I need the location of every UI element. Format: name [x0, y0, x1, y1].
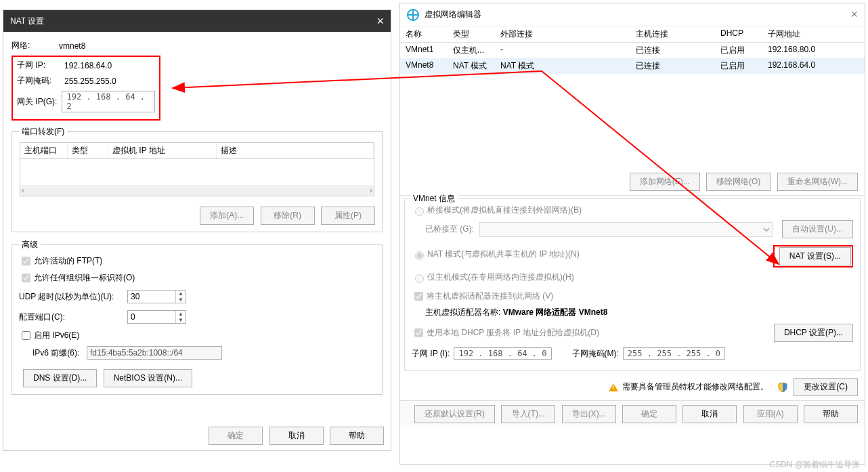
hostonly-radio[interactable] — [415, 274, 424, 283]
help-button[interactable]: 帮助 — [330, 427, 384, 445]
host-adapter-name-value: VMware 网络适配器 VMnet8 — [503, 307, 608, 317]
virtual-network-editor-window: 虚拟网络编辑器 × 名称 类型 外部连接 主机连接 DHCP 子网地址 VMne… — [399, 3, 865, 465]
apply-button[interactable]: 应用(A) — [743, 405, 798, 423]
subnet-highlight: 子网 IP:192.168.64.0 子网掩码:255.255.255.0 网关… — [12, 56, 160, 121]
col-desc[interactable]: 描述 — [217, 143, 374, 158]
port-forward-group: 端口转发(F) 主机端口 类型 虚拟机 IP 地址 描述 ‹› 添加(A)...… — [12, 126, 383, 232]
subnet-ip-label: 子网 IP: — [17, 60, 64, 71]
enable-ipv6-label: 启用 IPv6(E) — [34, 330, 79, 341]
ok-button[interactable]: 确定 — [622, 405, 676, 423]
subnet-ip-input[interactable]: 192 . 168 . 64 . 0 — [454, 347, 551, 360]
col-type[interactable]: 类型 — [453, 28, 500, 40]
subnet-mask-label: 子网掩码: — [17, 75, 64, 87]
horizontal-scrollbar[interactable]: ‹› — [20, 185, 374, 196]
subnet-mask-input[interactable]: 255 . 255 . 255 . 0 — [623, 347, 725, 360]
restore-defaults-button[interactable]: 还原默认设置(R) — [414, 405, 495, 423]
ipv6-prefix-label: IPv6 前缀(6): — [32, 347, 87, 359]
cancel-button[interactable]: 取消 — [269, 427, 324, 445]
col-name[interactable]: 名称 — [406, 28, 453, 40]
close-icon[interactable]: × — [376, 14, 384, 28]
host-adapter-chk-label: 将主机虚拟适配器连接到此网络 (V) — [427, 291, 553, 302]
dhcp-checkbox[interactable] — [414, 328, 423, 337]
bridge-label: 桥接模式(将虚拟机直接连接到外部网络)(B) — [427, 205, 582, 216]
close-icon[interactable]: × — [850, 7, 858, 22]
change-settings-button[interactable]: 更改设置(C) — [794, 378, 858, 396]
udp-timeout-label: UDP 超时(以秒为单位)(U): — [19, 291, 127, 303]
auto-settings-button[interactable]: 自动设置(U)... — [782, 220, 853, 238]
netbios-settings-button[interactable]: NetBIOS 设置(N)... — [104, 369, 192, 387]
col-vm-ip[interactable]: 虚拟机 IP 地址 — [108, 143, 217, 158]
port-add-button[interactable]: 添加(A)... — [200, 207, 254, 225]
dns-settings-button[interactable]: DNS 设置(D)... — [23, 369, 97, 387]
enable-ipv6-checkbox[interactable] — [22, 331, 30, 340]
bridge-select[interactable] — [479, 222, 773, 237]
hostonly-label: 仅主机模式(在专用网络内连接虚拟机)(H) — [427, 272, 574, 283]
advanced-group: 高级 允许活动的 FTP(T) 允许任何组织唯一标识符(O) UDP 超时(以秒… — [12, 239, 383, 395]
ipv6-prefix-input[interactable] — [87, 346, 222, 360]
port-remove-button[interactable]: 移除(R) — [261, 207, 315, 225]
table-row[interactable]: VMnet1 仅主机... - 已连接 已启用 192.168.80.0 — [400, 43, 865, 58]
bridge-to-label: 已桥接至 (G): — [425, 223, 474, 235]
port-forward-legend: 端口转发(F) — [19, 126, 67, 137]
warning-icon — [609, 383, 618, 391]
config-port-input[interactable] — [128, 311, 175, 323]
col-host-port[interactable]: 主机端口 — [20, 143, 68, 158]
subnet-mask-value: 255.255.255.0 — [64, 77, 116, 86]
config-port-label: 配置端口(C): — [19, 312, 127, 323]
watermark: CSDN @骑着蜗牛追导弹 — [769, 459, 860, 471]
warning-text: 需要具备管理员特权才能修改网络配置。 — [622, 381, 768, 393]
nat-settings-highlight: NAT 设置(S)... — [773, 245, 853, 267]
cancel-button[interactable]: 取消 — [682, 405, 737, 423]
col-type[interactable]: 类型 — [68, 143, 108, 158]
host-adapter-name-label: 主机虚拟适配器名称: — [425, 307, 500, 317]
port-forward-table[interactable]: 主机端口 类型 虚拟机 IP 地址 描述 ‹› — [19, 142, 375, 202]
shield-icon — [778, 383, 787, 392]
dhcp-settings-button[interactable]: DHCP 设置(P)... — [774, 324, 853, 342]
udp-timeout-input[interactable] — [128, 291, 175, 303]
bridge-radio[interactable] — [415, 207, 424, 216]
col-host[interactable]: 主机连接 — [636, 28, 720, 40]
host-adapter-checkbox[interactable] — [414, 292, 423, 301]
ok-button[interactable]: 确定 — [209, 427, 263, 445]
spinner-up-icon[interactable]: ▲ — [176, 291, 186, 297]
vne-title: 虚拟网络编辑器 — [425, 9, 481, 20]
gateway-label: 网关 IP(G): — [17, 96, 62, 108]
nat-titlebar: NAT 设置 × — [3, 10, 391, 32]
spinner-down-icon[interactable]: ▼ — [176, 317, 186, 323]
nat-radio[interactable] — [415, 251, 424, 260]
udp-timeout-stepper[interactable]: ▲▼ — [127, 290, 186, 303]
vmnet-info-label: VMnet 信息 — [410, 193, 458, 205]
globe-icon — [407, 9, 419, 21]
allow-ftp-checkbox[interactable] — [22, 257, 30, 265]
import-button[interactable]: 导入(T)... — [501, 405, 555, 423]
network-value: vmnet8 — [59, 41, 85, 51]
nat-label: NAT 模式(与虚拟机共享主机的 IP 地址)(N) — [427, 249, 580, 260]
nat-settings-dialog: NAT 设置 × 网络: vmnet8 子网 IP:192.168.64.0 子… — [3, 9, 391, 451]
subnet-ip-value: 192.168.64.0 — [64, 61, 112, 70]
network-label: 网络: — [12, 40, 59, 51]
dhcp-chk-label: 使用本地 DHCP 服务将 IP 地址分配给虚拟机(D) — [427, 327, 599, 339]
vne-titlebar: 虚拟网络编辑器 × — [400, 3, 865, 26]
subnet-mask-label: 子网掩码(M): — [572, 348, 619, 360]
export-button[interactable]: 导出(X)... — [562, 405, 616, 423]
table-row[interactable]: VMnet8 NAT 模式 NAT 模式 已连接 已启用 192.168.64.… — [400, 58, 865, 74]
config-port-stepper[interactable]: ▲▼ — [127, 310, 186, 324]
network-table[interactable]: 名称 类型 外部连接 主机连接 DHCP 子网地址 VMnet1 仅主机... … — [400, 26, 865, 74]
gateway-input[interactable]: 192 . 168 . 64 . 2 — [62, 91, 155, 112]
col-dhcp[interactable]: DHCP — [720, 28, 768, 40]
remove-network-button[interactable]: 移除网络(O) — [706, 173, 771, 191]
add-network-button[interactable]: 添加网络(E)... — [630, 173, 700, 191]
port-props-button[interactable]: 属性(P) — [321, 207, 375, 225]
spinner-down-icon[interactable]: ▼ — [176, 297, 186, 303]
help-button[interactable]: 帮助 — [804, 405, 858, 423]
col-subnet[interactable]: 子网地址 — [768, 28, 859, 40]
allow-org-checkbox[interactable] — [22, 274, 30, 282]
rename-network-button[interactable]: 重命名网络(W)... — [777, 173, 858, 191]
spinner-up-icon[interactable]: ▲ — [176, 311, 186, 317]
allow-org-label: 允许任何组织唯一标识符(O) — [34, 272, 135, 284]
allow-ftp-label: 允许活动的 FTP(T) — [34, 255, 102, 267]
subnet-ip-label: 子网 IP (I): — [412, 348, 450, 360]
vmnet-info-group: VMnet 信息 桥接模式(将虚拟机直接连接到外部网络)(B) 已桥接至 (G)… — [404, 198, 861, 371]
nat-settings-button[interactable]: NAT 设置(S)... — [779, 247, 851, 265]
col-ext[interactable]: 外部连接 — [500, 28, 636, 40]
